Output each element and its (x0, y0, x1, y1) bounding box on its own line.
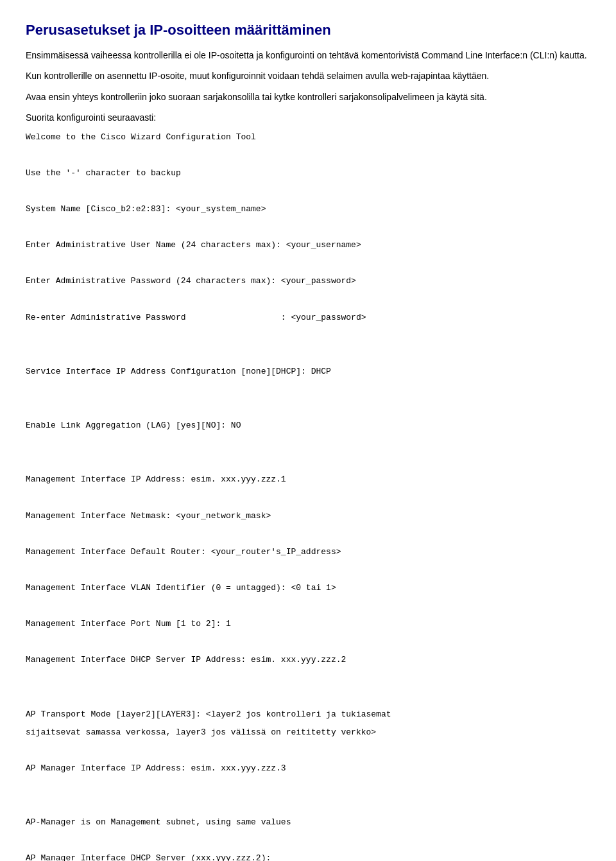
page-title: Perusasetukset ja IP-osoitteen määrittäm… (26, 19, 590, 40)
code-block-area: Welcome to the Cisco Wizard Configuratio… (26, 130, 590, 861)
code-line-1: Welcome to the Cisco Wizard Configuratio… (26, 130, 590, 144)
code-line-3: Use the '-' character to backup (26, 166, 590, 180)
code-line-15 (26, 383, 590, 397)
code-line-36: AP Manager Interface IP Address: esim. x… (26, 761, 590, 776)
code-line-21 (26, 491, 590, 505)
code-line-35 (26, 744, 590, 758)
code-line-39: AP-Manager is on Management subnet, usin… (26, 815, 590, 830)
code-line-6 (26, 220, 590, 234)
code-line-19 (26, 455, 590, 469)
code-line-23 (26, 527, 590, 541)
code-line-13 (26, 347, 590, 361)
code-line-41: AP Manager Interface DHCP Server (xxx.yy… (26, 851, 590, 861)
code-line-24: Management Interface Default Router: <yo… (26, 545, 590, 559)
code-line-20: Management Interface IP Address: esim. x… (26, 473, 590, 487)
code-line-16 (26, 401, 590, 415)
intro-paragraph-1: Ensimmäisessä vaiheessa kontrollerilla e… (26, 48, 590, 62)
code-line-33: AP Transport Mode [layer2][LAYER3]: <lay… (26, 708, 590, 722)
code-line-17: Enable Link Aggregation (LAG) [yes][NO]:… (26, 419, 590, 433)
code-line-25 (26, 563, 590, 577)
code-line-9: Enter Administrative Password (24 charac… (26, 274, 590, 288)
code-line-40 (26, 833, 590, 848)
code-line-30: Management Interface DHCP Server IP Addr… (26, 653, 590, 667)
code-line-11: Re-enter Administrative Password : <your… (26, 311, 590, 325)
code-line-28: Management Interface Port Num [1 to 2]: … (26, 617, 590, 631)
code-line-8 (26, 256, 590, 270)
code-line-14: Service Interface IP Address Configurati… (26, 365, 590, 379)
code-line-26: Management Interface VLAN Identifier (0 … (26, 581, 590, 595)
code-line-10 (26, 292, 590, 306)
code-line-7: Enter Administrative User Name (24 chara… (26, 238, 590, 252)
code-line-38 (26, 797, 590, 812)
code-line-2 (26, 148, 590, 162)
code-line-31 (26, 671, 590, 685)
code-line-18 (26, 437, 590, 451)
intro-paragraph-3: Avaa ensin yhteys kontrolleriin joko suo… (26, 90, 590, 104)
intro-paragraph-2: Kun kontrollerille on asennettu IP-osoit… (26, 69, 590, 83)
code-line-4 (26, 184, 590, 198)
code-line-37 (26, 779, 590, 794)
code-line-12 (26, 329, 590, 343)
code-line-27 (26, 599, 590, 613)
code-line-5: System Name [Cisco_b2:e2:83]: <your_syst… (26, 202, 590, 216)
code-line-29 (26, 635, 590, 649)
code-line-22: Management Interface Netmask: <your_netw… (26, 509, 590, 523)
section-label: Suorita konfigurointi seuraavasti: (26, 110, 590, 125)
code-line-32 (26, 689, 590, 703)
code-line-34: sijaitsevat samassa verkossa, layer3 jos… (26, 726, 590, 740)
